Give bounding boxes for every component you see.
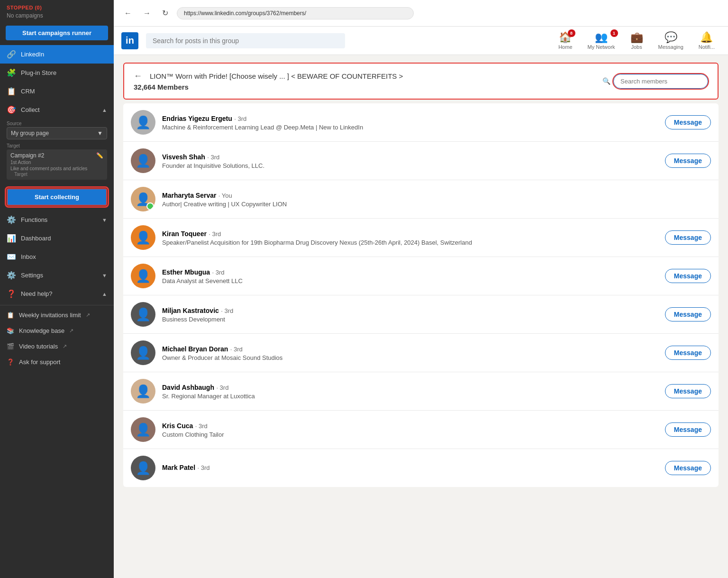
weekly-invitations-icon: 📋 (7, 312, 14, 319)
sidebar-item-functions[interactable]: ⚙️ Functions ▼ (0, 211, 114, 229)
target-label: Target (7, 143, 107, 148)
no-campaigns-label: No campaigns (0, 11, 114, 23)
source-dropdown[interactable]: My group page ▼ (7, 127, 107, 139)
member-avatar: 👤 (131, 187, 155, 211)
video-tutorials-label: Video tutorials (19, 343, 58, 350)
search-input[interactable] (146, 33, 345, 48)
member-degree: · 3rd (230, 346, 243, 353)
chevron-down-icon: ▼ (102, 217, 107, 223)
content-area: ← LION™ Worn with Pride! [Choose wisely … (114, 55, 728, 578)
member-info: Miljan Kastratovic · 3rd Business Develo… (162, 306, 658, 323)
inbox-icon: ✉️ (7, 252, 16, 261)
member-degree: · 3rd (212, 269, 225, 276)
home-badge: 8 (568, 29, 575, 37)
message-button[interactable]: Message (665, 269, 711, 283)
member-degree: · 3rd (195, 422, 208, 430)
sidebar-item-ask-support[interactable]: ❓ Ask for support (0, 354, 114, 370)
message-button[interactable]: Message (665, 384, 711, 398)
member-info: Kiran Toqueer · 3rd Speaker/Panelist Acq… (162, 229, 658, 246)
jobs-label: Jobs (631, 44, 642, 50)
search-members-input[interactable] (613, 74, 708, 89)
avatar-placeholder-icon: 👤 (136, 422, 151, 437)
avatar-placeholder-icon: 👤 (136, 307, 151, 322)
sidebar-item-dashboard[interactable]: 📊 Dashboard (0, 229, 114, 248)
member-name: Marharyta Servar (162, 192, 216, 199)
member-name: Endrias Yigezu Ergetu (162, 115, 232, 122)
edit-icon[interactable]: ✏️ (96, 152, 103, 159)
url-bar[interactable]: https://www.linkedin.com/groups/3762/mem… (177, 7, 414, 19)
sidebar-item-settings[interactable]: ⚙️ Settings ▼ (0, 266, 114, 284)
sidebar-item-need-help[interactable]: ❓ Need help? ▲ (0, 284, 114, 303)
member-avatar: 👤 (131, 148, 155, 173)
sidebar-item-knowledge-base[interactable]: 📚 Knowledge base ↗ (0, 323, 114, 339)
sidebar: STOPPED (0) No campaigns Start campaigns… (0, 0, 114, 578)
sidebar-item-weekly-invitations[interactable]: 📋 Weekly invitations limit ↗ (0, 307, 114, 323)
nav-icon-jobs[interactable]: 💼 Jobs (625, 31, 649, 50)
message-button[interactable]: Message (665, 307, 711, 321)
member-list-item: 👤 Endrias Yigezu Ergetu · 3rd Machine & … (123, 103, 719, 142)
member-title: Author| Creative writing | UX Copywriter… (162, 201, 711, 208)
member-list-item: 👤 Esther Mbugua · 3rd Data Analyst at Se… (123, 257, 719, 295)
message-button[interactable]: Message (665, 461, 711, 475)
member-name: Visvesh Shah (162, 153, 205, 161)
group-back-button[interactable]: ← (134, 71, 142, 81)
sidebar-item-crm[interactable]: 📋 CRM (0, 82, 114, 101)
sidebar-item-plugin-store[interactable]: 🧩 Plug-in Store (0, 64, 114, 82)
external-link-icon: ↗ (86, 312, 90, 318)
messaging-icon: 💬 (664, 31, 677, 44)
network-badge: 1 (610, 29, 618, 37)
external-link-icon: ↗ (63, 343, 67, 349)
member-info: Endrias Yigezu Ergetu · 3rd Machine & Re… (162, 114, 658, 131)
member-title: Founder at Inquisitive Solutions, LLC. (162, 162, 658, 169)
back-button[interactable]: ← (121, 7, 135, 19)
member-degree: · 3rd (198, 464, 210, 471)
linkedin-logo: in (121, 32, 138, 49)
functions-icon: ⚙️ (7, 215, 16, 224)
group-title: LION™ Worn with Pride! [Choose wisely ..… (150, 72, 602, 80)
nav-icon-home[interactable]: 8 🏠 Home (553, 31, 578, 50)
settings-icon: ⚙️ (7, 271, 16, 280)
nav-icon-messaging[interactable]: 💬 Messaging (653, 31, 689, 50)
member-info: Esther Mbugua · 3rd Data Analyst at Seve… (162, 268, 658, 284)
member-title: Sr. Regional Manager at Luxottica (162, 393, 658, 400)
message-button[interactable]: Message (665, 154, 711, 168)
member-list-item: 👤 Miljan Kastratovic · 3rd Business Deve… (123, 295, 719, 334)
group-header-left: ← LION™ Worn with Pride! [Choose wisely … (134, 71, 602, 91)
main-area: ← → ↻ https://www.linkedin.com/groups/37… (114, 0, 728, 578)
start-campaigns-runner-button[interactable]: Start campaigns runner (6, 26, 108, 40)
knowledge-base-label: Knowledge base (19, 327, 64, 334)
message-button[interactable]: Message (665, 230, 711, 245)
member-avatar: 👤 (131, 456, 155, 480)
video-tutorials-icon: 🎬 (7, 343, 14, 350)
sidebar-item-linkedin[interactable]: 🔗 LinkedIn (0, 45, 114, 64)
nav-icon-notifications[interactable]: 🔔 Notifi... (693, 31, 720, 50)
sidebar-item-label: LinkedIn (21, 51, 107, 58)
chevron-up-icon: ▲ (102, 291, 107, 297)
start-collecting-button[interactable]: Start collecting (7, 188, 107, 206)
nav-icon-my-network[interactable]: 1 👥 My Network (582, 31, 621, 50)
campaign-name: Campaign #2 ✏️ (10, 152, 103, 159)
message-button[interactable]: Message (665, 346, 711, 360)
member-list-item: 👤 Mark Patel · 3rd Message (123, 449, 719, 487)
message-button[interactable]: Message (665, 115, 711, 129)
avatar-placeholder-icon: 👤 (136, 154, 151, 168)
collect-icon: 🎯 (7, 105, 16, 114)
campaign-action-desc: Like and comment posts and articles (10, 166, 103, 171)
sidebar-item-collect[interactable]: 🎯 Collect ▲ (0, 101, 114, 119)
member-list-item: 👤 Marharyta Servar · You Author| Creativ… (123, 180, 719, 219)
jobs-icon: 💼 (630, 31, 643, 44)
member-info: Marharyta Servar · You Author| Creative … (162, 191, 711, 208)
member-title: Custom Clothing Tailor (162, 431, 658, 438)
sidebar-item-video-tutorials[interactable]: 🎬 Video tutorials ↗ (0, 339, 114, 354)
avatar-placeholder-icon: 👤 (136, 269, 151, 284)
member-avatar: 👤 (131, 302, 155, 327)
message-button[interactable]: Message (665, 422, 711, 437)
browser-nav-bar: ← → ↻ https://www.linkedin.com/groups/37… (114, 0, 728, 27)
sidebar-item-label: Functions (21, 216, 97, 223)
source-label: Source (7, 121, 107, 126)
forward-button[interactable]: → (140, 7, 154, 19)
sidebar-item-inbox[interactable]: ✉️ Inbox (0, 248, 114, 266)
messaging-label: Messaging (658, 44, 683, 50)
external-link-icon: ↗ (69, 328, 73, 334)
refresh-button[interactable]: ↻ (159, 7, 171, 19)
